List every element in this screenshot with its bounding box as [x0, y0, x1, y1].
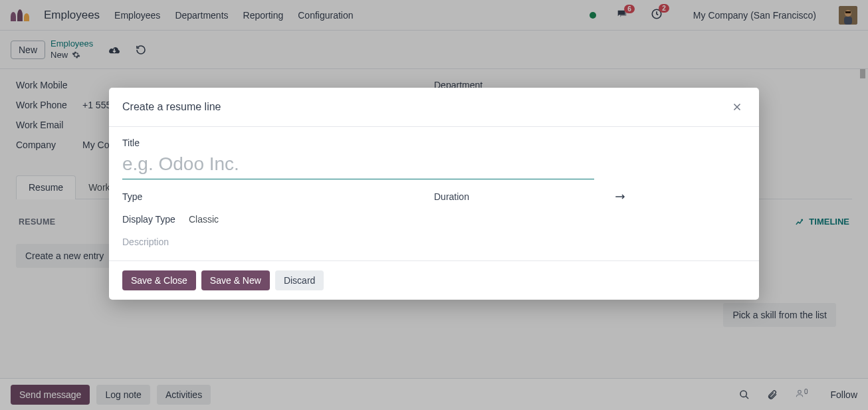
label-type: Type: [122, 191, 189, 202]
resume-line-dialog: Create a resume line Title Type Duration: [109, 88, 759, 300]
close-icon[interactable]: [728, 98, 746, 116]
save-new-button[interactable]: Save & New: [201, 270, 270, 290]
save-close-button[interactable]: Save & Close: [122, 270, 196, 290]
title-input[interactable]: [122, 152, 594, 179]
modal-title: Create a resume line: [122, 101, 221, 113]
modal-body: Title Type Duration Display Type Classic: [109, 127, 759, 260]
modal-header: Create a resume line: [109, 88, 759, 127]
label-display-type: Display Type: [122, 214, 189, 225]
display-type-select[interactable]: Classic: [189, 214, 219, 225]
discard-button[interactable]: Discard: [275, 270, 324, 290]
label-title: Title: [122, 138, 746, 148]
arrow-right-icon: [614, 193, 626, 200]
modal-footer: Save & Close Save & New Discard: [109, 260, 759, 300]
label-duration: Duration: [434, 191, 500, 202]
description-input[interactable]: Description: [122, 237, 746, 247]
